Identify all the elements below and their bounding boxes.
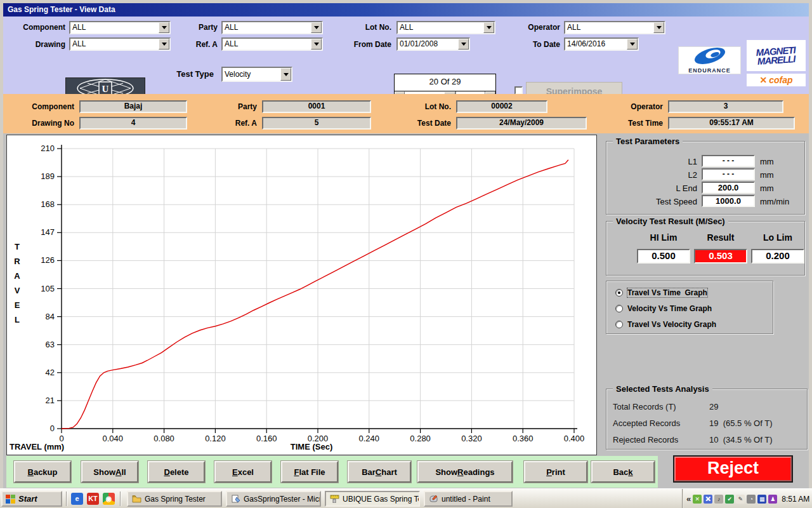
windows-flag-icon — [6, 495, 15, 504]
svg-text:0.160: 0.160 — [256, 434, 277, 443]
travel-vs-time-chart: 02142638410512614716818921000.0400.0800.… — [6, 135, 597, 455]
system-tray: « ✕ 🗙 ♪ ✔ ✎ ◔ ▦ ♟ 8:51 AM — [682, 489, 812, 508]
todate-value: 14/06/2016 — [565, 39, 627, 50]
backup-button[interactable]: Backup — [14, 461, 71, 483]
testtype-label: Test Type — [155, 69, 214, 79]
task-gasspringtester-vb[interactable]: GasSpringTester - Micros... — [226, 491, 321, 507]
excel-button[interactable]: Excel — [214, 461, 272, 483]
task-gas-spring-tester-folder[interactable]: Gas Spring Tester — [127, 491, 222, 507]
start-button[interactable]: Start — [1, 491, 62, 507]
display-icon[interactable]: ▦ — [757, 495, 766, 504]
result-field: 0.503 — [694, 249, 747, 264]
window-title: Gas Spring Tester - View Data — [8, 5, 115, 14]
reject-status-button[interactable]: Reject — [674, 457, 792, 481]
component-filter-combo[interactable]: ALL — [69, 21, 171, 34]
ct-component-label: Component — [10, 102, 74, 111]
radio-velocity-vs-time[interactable]: Velocity Vs Time Graph — [615, 304, 712, 314]
tray-chevron-icon[interactable]: « — [686, 494, 691, 504]
svg-text:L: L — [15, 315, 20, 324]
svg-text:0: 0 — [50, 424, 55, 433]
accepted-records-value: 19 (65.5 % Of T) — [709, 418, 772, 428]
kt-icon[interactable]: KT — [87, 493, 99, 505]
svg-text:A: A — [14, 271, 20, 281]
drawing-filter-value: ALL — [70, 39, 159, 50]
svg-text:21: 21 — [46, 396, 55, 405]
task-untitled-paint[interactable]: untitled - Paint — [424, 491, 513, 507]
testtype-combo[interactable]: Velocity — [221, 67, 292, 82]
taskbar-clock: 8:51 AM — [782, 495, 809, 504]
updates-icon[interactable]: ◔ — [747, 495, 756, 504]
lot-combo-dropdown-button[interactable] — [483, 22, 494, 33]
users-icon[interactable]: ♟ — [768, 495, 777, 504]
svg-text:E: E — [15, 300, 20, 310]
main-area: 02142638410512614716818921000.0400.0800.… — [3, 133, 809, 488]
l1-field: - - - — [702, 155, 755, 167]
testtype-value: Velocity — [223, 68, 280, 81]
cofap-logo: ✕ cofap — [747, 74, 806, 86]
accepted-records-label: Accepted Records — [613, 418, 680, 428]
rejected-records-label: Rejected Records — [613, 435, 678, 444]
window-frame-left — [0, 0, 3, 488]
refa-filter-value: ALL — [223, 39, 311, 50]
operator-filter-combo[interactable]: ALL — [564, 21, 665, 34]
drawing-filter-label: Drawing — [6, 40, 65, 49]
print-button[interactable]: Print — [524, 461, 587, 483]
ct-component-field: Bajaj — [79, 100, 187, 113]
party-filter-label: Party — [162, 23, 218, 32]
ie-icon[interactable]: e — [71, 493, 83, 505]
chrome-icon[interactable]: ◉ — [103, 493, 115, 505]
operator-combo-dropdown-button[interactable] — [653, 22, 664, 33]
volume-icon[interactable]: ♪ — [714, 495, 723, 504]
radio-travel-vs-velocity[interactable]: Travel Vs Velocity Graph — [615, 319, 716, 330]
testtype-dropdown-button[interactable] — [280, 68, 291, 81]
svg-text:147: 147 — [41, 227, 55, 237]
window-frame-right — [809, 0, 812, 488]
network-off-icon[interactable]: ✕ — [693, 495, 702, 504]
lend-field: 200.0 — [702, 182, 755, 194]
paint-icon — [429, 495, 438, 503]
total-records-value: 29 — [709, 402, 718, 411]
test-parameters-group: Test Parameters L1 - - - mm L2 - - - mm … — [606, 141, 805, 215]
party-filter-combo[interactable]: ALL — [221, 21, 323, 34]
refa-filter-combo[interactable]: ALL — [221, 37, 323, 51]
show-readings-button[interactable]: Show Readings — [417, 461, 513, 483]
delete-button[interactable]: Delete — [148, 461, 205, 483]
l2-unit: mm — [760, 170, 774, 180]
task-label: UBIQUE Gas Spring Test ... — [343, 495, 420, 504]
party-filter-value: ALL — [223, 22, 311, 33]
radio-travel-vs-time[interactable]: Travel Vs Time Graph — [615, 288, 707, 298]
ct-testtime-label: Test Time — [606, 119, 663, 128]
party-combo-dropdown-button[interactable] — [311, 22, 322, 33]
svg-text:0.360: 0.360 — [513, 434, 534, 443]
fromdate-picker[interactable]: 01/01/2008 — [396, 37, 470, 51]
drawing-filter-combo[interactable]: ALL — [69, 37, 171, 51]
lend-unit: mm — [760, 184, 774, 193]
show-all-button[interactable]: Show All — [81, 461, 138, 483]
refa-combo-dropdown-button[interactable] — [311, 39, 322, 50]
shield-icon[interactable]: ✔ — [725, 495, 734, 504]
lot-filter-combo[interactable]: ALL — [396, 21, 495, 34]
task-ubique-gas-spring-test[interactable]: UBIQUE Gas Spring Test ... — [325, 491, 420, 507]
radio-travel-vs-velocity-label: Travel Vs Velocity Graph — [627, 320, 716, 329]
lend-label: L End — [613, 184, 697, 193]
ct-drawing-label: Drawing No — [10, 119, 74, 128]
fromdate-dropdown-button[interactable] — [458, 39, 469, 50]
task-label: Gas Spring Tester — [145, 495, 206, 504]
action-button-strip: Backup Show All Delete Excel Flat File B… — [6, 456, 658, 488]
todate-picker[interactable]: 14/06/2016 — [564, 37, 639, 51]
ct-testtime-field: 09:55:17 AM — [668, 117, 795, 130]
back-button[interactable]: Back — [591, 461, 655, 483]
flat-file-button[interactable]: Flat File — [281, 461, 338, 483]
cofap-x-icon: ✕ — [759, 75, 767, 85]
ct-lot-label: Lot No. — [403, 102, 451, 111]
chevron-down-icon — [657, 26, 662, 29]
bar-chart-button[interactable]: Bar Chart — [348, 461, 411, 483]
chevron-down-icon — [630, 43, 635, 46]
chevron-down-icon — [284, 73, 289, 76]
todate-label: To Date — [504, 40, 560, 49]
todate-dropdown-button[interactable] — [627, 39, 638, 50]
analysis-title: Selected Tests Analysis — [613, 384, 712, 394]
filter-area: Component ALL Party ALL Lot No. ALL Oper… — [3, 17, 809, 94]
pen-icon[interactable]: ✎ — [736, 495, 745, 504]
audio-muted-icon[interactable]: 🗙 — [704, 495, 712, 504]
